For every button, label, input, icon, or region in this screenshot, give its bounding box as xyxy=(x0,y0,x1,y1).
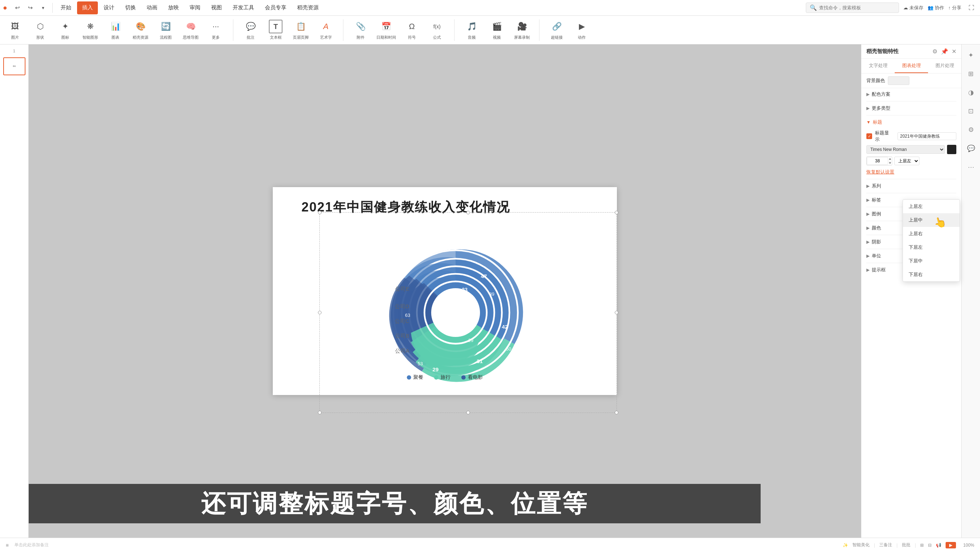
slide-canvas[interactable]: 2021年中国健身教练收入变化情况 xyxy=(273,187,617,395)
dropdown-item-upper-center[interactable]: 上居中 xyxy=(903,213,959,227)
position-dropdown-menu[interactable]: 上居左 上居中 上居右 下居左 下居中 下居右 xyxy=(902,199,960,282)
handle-middle-left[interactable] xyxy=(318,311,321,314)
handle-bottom-right[interactable] xyxy=(615,411,618,414)
far-right-icon-3[interactable]: ◑ xyxy=(964,86,977,99)
play-button[interactable]: ▶ xyxy=(946,542,956,549)
toolbar-mindmap[interactable]: 🧠 思维导图 xyxy=(181,20,200,40)
legend-juchan: 聚餐 xyxy=(407,374,423,381)
tab-slideshow[interactable]: 放映 xyxy=(163,2,184,14)
unsaved-button[interactable]: ☁ 未保存 xyxy=(903,5,923,11)
tab-chart-processing[interactable]: 图表处理 xyxy=(895,59,928,73)
tab-text-processing[interactable]: 文字处理 xyxy=(861,59,895,73)
toolbar-link[interactable]: 🔗 超链接 xyxy=(547,20,566,40)
dropdown-item-upper-left[interactable]: 上居左 xyxy=(903,200,959,213)
review-label[interactable]: 批批 xyxy=(902,542,910,548)
toolbar-shape[interactable]: ⬡ 形状 xyxy=(31,20,49,40)
toolbar-symbol[interactable]: Ω 符号 xyxy=(402,20,421,40)
note-icon: 💬 xyxy=(244,20,258,33)
settings-icon[interactable]: ⚙ xyxy=(932,48,937,55)
tab-transition[interactable]: 切换 xyxy=(120,2,141,14)
svg-text:公司B: 公司B xyxy=(395,332,409,339)
far-right-icon-6[interactable]: 💬 xyxy=(964,142,977,155)
toolbar-formula[interactable]: f(x) 公式 xyxy=(428,20,446,40)
tab-insert[interactable]: 插入 xyxy=(77,2,98,14)
handle-middle-right[interactable] xyxy=(615,311,618,314)
font-size-up[interactable]: ▲ xyxy=(888,157,892,161)
tab-home[interactable]: 开始 xyxy=(56,2,76,14)
slide-thumbnail-1[interactable]: 图表 xyxy=(3,57,25,75)
collaborate-button[interactable]: 👥 协作 xyxy=(928,5,944,11)
redo-button[interactable]: ↪ xyxy=(24,2,36,14)
close-icon[interactable]: ✕ xyxy=(952,48,956,55)
smart-label[interactable]: 智能美化 xyxy=(853,542,870,548)
dropdown-item-lower-left[interactable]: 下居左 xyxy=(903,240,959,254)
tab-review[interactable]: 审阅 xyxy=(185,2,205,14)
position-select[interactable]: 上居左 上居中 上居右 下居左 下居中 下居右 xyxy=(894,157,920,165)
tab-daoke[interactable]: 稻壳资源 xyxy=(292,2,324,14)
toolbar-arttext[interactable]: A 艺术字 xyxy=(317,20,335,40)
handle-bottom-center[interactable] xyxy=(466,411,470,414)
far-right-icon-4[interactable]: ⊡ xyxy=(964,105,977,118)
toolbar-textbox[interactable]: T 文本框 xyxy=(266,20,285,40)
tab-developer[interactable]: 开发工具 xyxy=(228,2,259,14)
section-arrow-series: ▶ xyxy=(866,183,870,189)
toolbar-datetime[interactable]: 📅 日期和时间 xyxy=(376,20,396,40)
dropdown-item-lower-right[interactable]: 下居右 xyxy=(903,268,959,282)
tab-image-processing[interactable]: 图片处理 xyxy=(928,59,961,73)
toolbar-screenrecord[interactable]: 🎥 屏幕录制 xyxy=(512,20,531,40)
dropdown-item-upper-right[interactable]: 上居右 xyxy=(903,227,959,240)
toolbar-flow[interactable]: 🔄 流程图 xyxy=(156,20,175,40)
notes-label[interactable]: 三备注 xyxy=(879,542,892,548)
section-series[interactable]: ▶ 系列 xyxy=(861,180,961,192)
toolbar-daoke[interactable]: 🎨 稻壳资源 xyxy=(131,20,150,40)
section-title-header[interactable]: ▼ 标题 xyxy=(861,116,961,128)
right-panel-header: 稻壳智能特性 ⚙ 📌 ✕ xyxy=(861,45,961,59)
far-right-icon-5[interactable]: ⚙ xyxy=(964,123,977,136)
action-icon: ▶ xyxy=(575,20,589,33)
tab-design[interactable]: 设计 xyxy=(99,2,119,14)
font-color-picker[interactable] xyxy=(947,145,956,154)
toolbar-icon[interactable]: ✦ 图标 xyxy=(56,20,75,40)
toolbar-audio[interactable]: 🎵 音频 xyxy=(462,20,481,40)
legend-movie: 看电影 xyxy=(461,374,483,381)
font-size-down[interactable]: ▼ xyxy=(888,161,892,165)
font-size-arrows: ▲ ▼ xyxy=(888,157,892,165)
toolbar-more[interactable]: ··· 更多 xyxy=(207,20,225,40)
status-sep2: | xyxy=(896,543,897,548)
toolbar-attach[interactable]: 📎 附件 xyxy=(351,20,370,40)
pin-icon[interactable]: 📌 xyxy=(941,48,948,55)
far-right-icon-1[interactable]: ✦ xyxy=(964,49,977,62)
svg-text:公司E: 公司E xyxy=(395,286,409,292)
toolbar-video[interactable]: 🎬 视频 xyxy=(487,20,506,40)
slide-panel: 1 图表 xyxy=(0,45,29,538)
section-more-types[interactable]: ▶ 更多类型 xyxy=(861,102,961,115)
fullscreen-button[interactable]: ⛶ xyxy=(966,2,977,14)
toolbar-chart[interactable]: 📊 图表 xyxy=(106,20,125,40)
far-right-icon-7[interactable]: ⋯ xyxy=(964,161,977,173)
toolbar-image[interactable]: 🖼 图片 xyxy=(6,20,24,40)
share-button[interactable]: ↑ 分享 xyxy=(948,5,962,11)
search-input[interactable] xyxy=(819,5,891,10)
toolbar-note[interactable]: 💬 批注 xyxy=(241,20,260,40)
title-input[interactable] xyxy=(897,132,956,140)
toolbar-smartshape[interactable]: ❋ 智能图形 xyxy=(81,20,100,40)
title-display-checkbox[interactable]: ✓ xyxy=(866,134,872,139)
search-box[interactable]: 🔍 xyxy=(806,3,899,13)
bg-color-picker[interactable] xyxy=(888,76,909,85)
handle-top-right[interactable] xyxy=(615,211,618,214)
more-history-button[interactable]: ▼ xyxy=(37,2,49,14)
canvas-area[interactable]: 2021年中国健身教练收入变化情况 xyxy=(29,45,861,538)
toolbar-action[interactable]: ▶ 动作 xyxy=(573,20,591,40)
font-size-input[interactable] xyxy=(867,157,888,165)
font-select[interactable]: Times New Roman xyxy=(866,145,945,154)
far-right-icon-2[interactable]: ⊞ xyxy=(964,67,977,80)
tab-vip[interactable]: 会员专享 xyxy=(260,2,291,14)
dropdown-item-lower-center[interactable]: 下居中 xyxy=(903,254,959,268)
toolbar-header[interactable]: 📋 页眉页脚 xyxy=(291,20,310,40)
tab-view[interactable]: 视图 xyxy=(206,2,227,14)
handle-bottom-left[interactable] xyxy=(318,411,321,414)
section-color-scheme[interactable]: ▶ 配色方案 xyxy=(861,88,961,100)
restore-default-link[interactable]: 恢复默认设置 xyxy=(866,169,894,175)
tab-animation[interactable]: 动画 xyxy=(142,2,162,14)
undo-button[interactable]: ↩ xyxy=(11,2,23,14)
